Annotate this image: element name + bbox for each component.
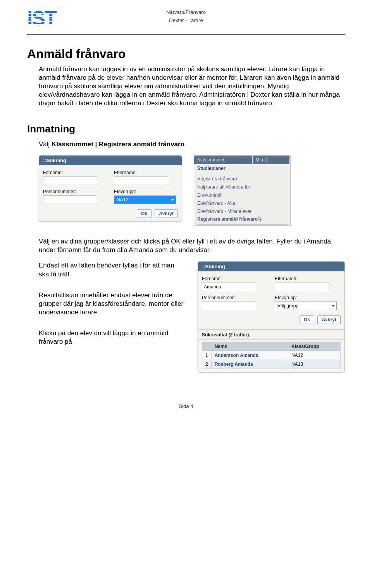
menu-link-label: Registrera anmäld frånvaro: [197, 216, 258, 222]
col-idx: [202, 342, 212, 351]
col-namn: Namn: [211, 342, 288, 351]
search-panel2-title: ::Sökning: [198, 262, 344, 271]
header-divider: [27, 34, 345, 35]
elevgrupp-select-2[interactable]: Välj grupp: [275, 302, 337, 310]
ok-button[interactable]: Ok: [137, 209, 152, 218]
menu-link-registrera-franvaro[interactable]: Registrera frånvaro: [194, 175, 290, 183]
tab-klassrummet[interactable]: Klassrummet: [194, 156, 252, 164]
menu-link-registrera-anmald[interactable]: Registrera anmäld frånvaro: [194, 215, 290, 223]
results-table: Namn Klass/Grupp 1 Andersson Amanda NA12…: [202, 342, 341, 369]
header-title-2: Dexter - Lärare: [27, 17, 345, 23]
page-footer: Sida 4: [27, 403, 345, 409]
klassrummet-menu: Klassrummet Min D Studieplaner Registrer…: [194, 155, 291, 226]
lower-para-2: Resultatlistan innehåller endast elever …: [39, 291, 186, 317]
results-header: Sökresultat (2 träffar):: [198, 329, 344, 339]
row-idx: 2: [202, 360, 212, 369]
search-panel-2: ::Sökning Förnamn: Efternamn: Personnumm…: [198, 261, 345, 372]
result-link[interactable]: Rosberg Amanda: [215, 362, 253, 367]
search-panel-1: ::Sökning Förnamn: Efternamn: Personnumm…: [39, 155, 182, 221]
page-header: IST Närvaro/Frånvaro Dexter - Lärare: [27, 8, 345, 31]
fornamn-input[interactable]: [43, 177, 97, 185]
table-row: 1 Andersson Amanda NA12: [202, 351, 341, 360]
col-klass: Klass/Grupp: [288, 342, 341, 351]
efternamn-input[interactable]: [114, 177, 168, 185]
elevgrupp-select[interactable]: NA12: [114, 195, 176, 204]
instr-prefix: Välj: [39, 141, 52, 148]
personnummer-input-2[interactable]: [202, 302, 256, 310]
main-heading: Anmäld frånvaro: [27, 47, 345, 61]
row-klass: NA12: [288, 351, 341, 360]
chevron-down-icon: [171, 199, 174, 201]
personnummer-input[interactable]: [43, 195, 97, 204]
lower-para-3: Klicka på den elev du vill lägga in en a…: [39, 329, 186, 346]
fornamn-input-2[interactable]: [202, 283, 256, 291]
pointer-cursor-icon: [257, 216, 264, 222]
result-link[interactable]: Andersson Amanda: [215, 353, 258, 358]
chevron-down-icon: [332, 305, 335, 307]
elevgrupp-label: Elevgrupp:: [114, 189, 178, 194]
lower-para-1: Endast ett av fälten behöver fyllas i fö…: [39, 261, 186, 278]
post-search-text: Välj en av dina grupper/klasser och klic…: [27, 237, 345, 254]
menu-link-elevfranvaro-mina[interactable]: Elevfrånvaro - Mina elever: [194, 207, 290, 216]
efternamn-label-2: Efternamn:: [275, 276, 341, 281]
personnummer-label-2: Personnummer:: [202, 295, 268, 300]
menu-group-studieplaner[interactable]: Studieplaner: [194, 164, 290, 175]
menu-divider: [197, 224, 287, 225]
avbryt-button[interactable]: Avbryt: [155, 209, 178, 218]
efternamn-input-2[interactable]: [275, 283, 329, 291]
row-klass: NA13: [288, 360, 341, 369]
header-title-1: Närvaro/Frånvaro: [27, 9, 345, 15]
ok-button-2[interactable]: Ok: [300, 315, 314, 324]
menu-link-elevfranvaro-alla[interactable]: Elevfrånvaro - Alla: [194, 199, 290, 207]
elevgrupp-value: NA12: [117, 197, 128, 202]
inmatning-heading: Inmatning: [27, 123, 345, 135]
tab-min-d[interactable]: Min D: [253, 156, 290, 164]
fornamn-label-2: Förnamn:: [202, 276, 268, 281]
instr-bold: Klassrummet | Registrera anmäld frånvaro: [52, 141, 184, 148]
avbryt-button-2[interactable]: Avbryt: [317, 315, 341, 324]
search-panel-title: ::Sökning: [39, 156, 182, 165]
personnummer-label: Personnummer:: [43, 189, 107, 194]
main-paragraph: Anmäld frånvaro kan läggas in av en admi…: [27, 65, 345, 108]
menu-link-elevkontroll[interactable]: Elevkontroll: [194, 191, 290, 199]
table-row: 2 Rosberg Amanda NA13: [202, 360, 341, 369]
fornamn-label: Förnamn:: [43, 170, 107, 175]
elevgrupp-label-2: Elevgrupp:: [275, 295, 341, 300]
lower-left-column: Endast ett av fälten behöver fyllas i fö…: [39, 261, 186, 372]
inmatning-instruction: Välj Klassrummet | Registrera anmäld frå…: [27, 141, 345, 148]
menu-link-vikariera[interactable]: Välj lärare att vikariera för: [194, 183, 290, 191]
efternamn-label: Efternamn:: [114, 170, 178, 175]
elevgrupp-value-2: Välj grupp: [277, 303, 298, 309]
row-idx: 1: [202, 351, 212, 360]
